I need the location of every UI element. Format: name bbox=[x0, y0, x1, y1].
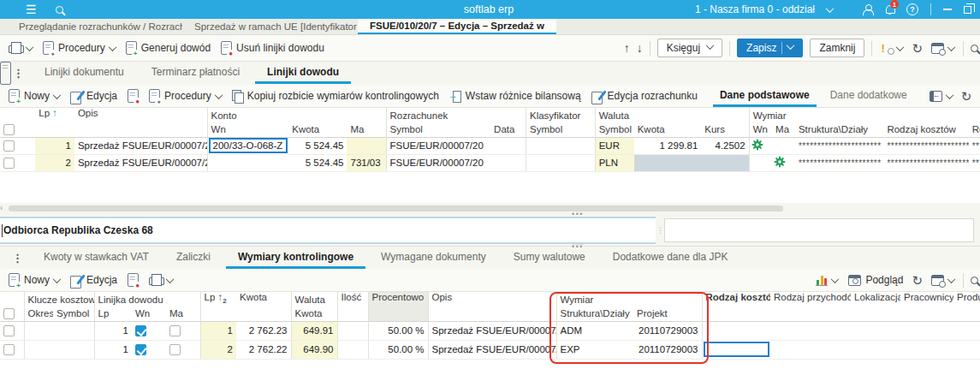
cell-data[interactable] bbox=[490, 154, 526, 171]
column-header-konto-kwota[interactable]: Kwota bbox=[288, 122, 347, 137]
table-row[interactable]: 1 1 2 762.23 649.91 50.00 % Sprzedaż FSU… bbox=[0, 321, 980, 340]
column-header-lp[interactable]: Lp ↑2 bbox=[200, 292, 236, 321]
cell-rodzaj-kosztow[interactable] bbox=[702, 340, 770, 359]
refresh-icon[interactable]: ↻ bbox=[961, 90, 972, 103]
focused-cell[interactable] bbox=[704, 342, 770, 357]
kopiuj-rozbicie-button[interactable]: Kopiuj rozbicie wymiarów kontrolingowych bbox=[230, 90, 441, 103]
column-header-okres[interactable]: Okres bbox=[24, 307, 53, 321]
cell-opis[interactable]: Sprzedaż FSUE/EUR/00007/20 bbox=[74, 154, 207, 171]
select-all-checkbox[interactable] bbox=[3, 124, 15, 135]
column-header-symbol[interactable]: Symbol bbox=[53, 307, 94, 321]
cell-okres[interactable] bbox=[24, 340, 53, 359]
column-header-rodzaj-przychodow[interactable]: Rodzaj przychodów bbox=[969, 122, 980, 137]
column-header-waluta-kwota[interactable]: Kwota bbox=[291, 307, 337, 321]
cell-pracownicy[interactable] bbox=[900, 321, 953, 340]
refresh-icon[interactable]: ↻ bbox=[912, 42, 923, 55]
column-header-rozrachunek-symbol[interactable]: Symbol bbox=[386, 122, 490, 137]
cell-ma[interactable]: 731/03 bbox=[347, 154, 386, 171]
cell-rodzaj-przychodow[interactable] bbox=[770, 340, 851, 359]
column-header-wymiar-ma[interactable]: Ma bbox=[772, 122, 795, 137]
cell-ilosc[interactable] bbox=[337, 340, 368, 359]
cell-procentowo[interactable]: 50.00 % bbox=[368, 340, 428, 359]
print-chevron-down-icon[interactable] bbox=[26, 43, 34, 51]
wn-checkbox-checked[interactable] bbox=[135, 325, 146, 336]
vertical-splitter[interactable]: ⋮ bbox=[657, 218, 663, 242]
main-tab-sprzedaz-ue[interactable]: Sprzedaż w ramach UE [Identyfikator p bbox=[182, 19, 358, 34]
select-all-checkbox[interactable] bbox=[3, 308, 15, 319]
cell-linijka-wn[interactable] bbox=[132, 340, 166, 359]
cell-waluta-kwota[interactable]: 1 299.81 bbox=[634, 137, 702, 154]
cell-opis[interactable]: Sprzedaż FSUE/EUR/00007/20 bbox=[74, 137, 207, 154]
toolbar-search-icon[interactable] bbox=[971, 45, 978, 52]
tab-zaliczki[interactable]: Zaliczki bbox=[164, 247, 223, 269]
column-header-waluta-kwota[interactable]: Kwota bbox=[634, 122, 702, 137]
cell-lokalizacja[interactable] bbox=[851, 321, 900, 340]
global-search-icon[interactable] bbox=[56, 6, 63, 14]
cell-linijka-lp[interactable]: 1 bbox=[94, 340, 132, 359]
usun-button[interactable]: ● bbox=[126, 89, 140, 103]
column-header-wymiar-wn[interactable]: Wn bbox=[749, 122, 772, 137]
cell-opis[interactable]: Sprzedaż FSUE/EUR/00007/20 bbox=[428, 321, 556, 340]
cell-rodzaj-przychodow-masked[interactable]: ********************** bbox=[969, 137, 980, 154]
procedury-chevron-down-icon[interactable] bbox=[108, 43, 116, 51]
cell-lokalizacja[interactable] bbox=[851, 340, 900, 359]
cell-ma[interactable] bbox=[347, 137, 386, 154]
column-header-produkty[interactable]: Produkty bbox=[953, 292, 980, 321]
cell-struktura-masked[interactable]: ********************** bbox=[795, 137, 883, 154]
tabs-kebab-icon[interactable]: ⋮ bbox=[13, 67, 24, 80]
column-header-linijka-ma[interactable]: Ma bbox=[166, 307, 200, 321]
cell-klasyfikator-symbol[interactable] bbox=[526, 154, 595, 171]
cell-linijka-wn[interactable] bbox=[132, 321, 166, 340]
cell-waluta-kwota[interactable] bbox=[634, 154, 702, 171]
ma-checkbox[interactable] bbox=[169, 344, 181, 355]
usun-dimension-button[interactable]: ● bbox=[126, 273, 140, 287]
print-dimension-button[interactable] bbox=[147, 274, 175, 286]
column-header-struktura[interactable]: Struktura\Działy bbox=[795, 122, 883, 137]
cell-konto-wn[interactable] bbox=[207, 154, 288, 171]
zamknij-button[interactable]: Zamknij bbox=[810, 39, 864, 57]
wstaw-roznice-button[interactable]: Wstaw różnice bilansową bbox=[448, 90, 583, 102]
move-up-button[interactable]: ↑ bbox=[624, 41, 630, 55]
procedury-button[interactable]: ● Procedury bbox=[41, 41, 117, 55]
nowy-dimension-chevron-down-icon[interactable] bbox=[53, 275, 62, 283]
cell-projekt[interactable]: 20110729003 bbox=[633, 340, 702, 359]
column-header-lokalizacja[interactable]: Lokalizacja bbox=[851, 292, 900, 321]
tab-sumy-walutowe[interactable]: Sumy walutowe bbox=[502, 247, 597, 269]
restore-window-button[interactable] bbox=[964, 6, 971, 14]
cell-wymiar-wn[interactable] bbox=[749, 154, 772, 171]
row-checkbox[interactable] bbox=[3, 140, 15, 152]
column-header-linijka-wn[interactable]: Wn bbox=[132, 307, 166, 321]
cell-linijka-lp[interactable]: 1 bbox=[94, 321, 132, 340]
generuj-dowod-button[interactable]: + Generuj dowód bbox=[124, 41, 212, 55]
cell-kurs[interactable] bbox=[701, 154, 749, 171]
cell-rozrachunek-symbol[interactable]: FSUE/EUR/00007/20 bbox=[386, 154, 490, 171]
cell-produkty[interactable] bbox=[953, 321, 980, 340]
cell-waluta-kwota[interactable]: 649.91 bbox=[291, 321, 337, 340]
cell-waluta-symbol[interactable]: PLN bbox=[595, 154, 634, 171]
procedury-lines-button[interactable]: ● Procedury bbox=[147, 89, 223, 103]
side-panel[interactable] bbox=[664, 218, 974, 242]
column-header-opis[interactable]: Opis bbox=[428, 292, 556, 321]
usun-linijki-button[interactable]: ● Usuń linijki dowodu bbox=[219, 41, 326, 55]
minimize-button[interactable] bbox=[943, 9, 952, 10]
cell-wymiar-wn[interactable] bbox=[749, 137, 772, 154]
help-icon[interactable]: ? bbox=[906, 3, 918, 15]
nowy-button[interactable]: + Nowy bbox=[7, 89, 62, 103]
column-header-kwota[interactable]: Kwota bbox=[236, 292, 291, 321]
cell-ilosc[interactable] bbox=[337, 321, 368, 340]
move-down-button[interactable]: ↓ bbox=[637, 41, 643, 55]
cell-wymiar-ma[interactable] bbox=[772, 154, 795, 171]
focused-cell[interactable]: 200/33-O-068-Z bbox=[209, 138, 288, 153]
horizontal-scrollbar[interactable] bbox=[9, 205, 783, 211]
cell-lp[interactable]: 2 bbox=[200, 340, 236, 359]
cell-pracownicy[interactable] bbox=[900, 340, 953, 359]
column-header-kurs[interactable]: Kurs bbox=[701, 122, 749, 137]
notifications-bell-icon[interactable]: 1 bbox=[885, 4, 894, 15]
cell-kwota[interactable]: 5 524.45 bbox=[288, 137, 347, 154]
cell-data[interactable] bbox=[490, 137, 526, 154]
refresh-icon[interactable]: ↻ bbox=[912, 274, 923, 287]
table-row[interactable]: 1 Sprzedaż FSUE/EUR/00007/20 200/33-O-06… bbox=[0, 137, 980, 154]
cell-rodzaj-kosztow-masked[interactable]: ********************** bbox=[883, 137, 968, 154]
tab-terminarz-platnosci[interactable]: Terminarz płatności bbox=[140, 62, 252, 84]
cell-kwota[interactable]: 5 524.45 bbox=[288, 154, 347, 171]
